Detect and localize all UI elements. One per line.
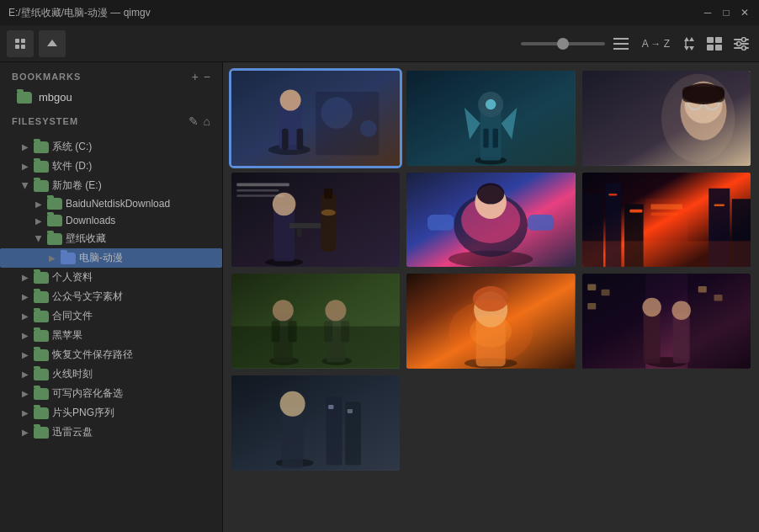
close-button[interactable]: ✕: [739, 7, 751, 19]
image-cell-4[interactable]: [231, 173, 400, 268]
fs-label: 新加卷 (E:): [52, 178, 102, 193]
svg-marker-9: [684, 46, 689, 51]
fs-item-downloads[interactable]: ▶ Downloads: [0, 212, 222, 229]
fs-label: 壁纸收藏: [66, 231, 106, 246]
chevron-icon: ▶: [34, 200, 44, 209]
home-filesystem-button[interactable]: ⌂: [204, 115, 210, 127]
view-mode-button[interactable]: [703, 34, 725, 54]
fs-label: 电脑-动漫: [79, 251, 123, 265]
folder-icon: [34, 427, 49, 439]
fs-item-wallpaper[interactable]: ▶ 壁纸收藏: [0, 229, 222, 248]
edit-filesystem-button[interactable]: ✎: [188, 115, 199, 127]
folder-icon: [34, 291, 49, 303]
fs-label: BaiduNetdiskDownload: [66, 198, 170, 210]
image-cell-1[interactable]: [231, 71, 400, 166]
image-cell-6[interactable]: [582, 173, 751, 268]
remove-bookmark-button[interactable]: −: [204, 71, 210, 82]
chevron-icon: ▶: [20, 389, 30, 398]
home-button[interactable]: [7, 30, 34, 57]
fs-item-e[interactable]: ▶ 新加卷 (E:): [0, 176, 222, 195]
fs-label: Downloads: [66, 215, 115, 226]
folder-icon: [34, 407, 49, 419]
image-cell-2[interactable]: [406, 71, 575, 166]
image-content-area[interactable]: [223, 62, 759, 532]
svg-rect-2: [15, 45, 19, 49]
fs-label: 公众号文字素材: [52, 290, 123, 304]
folder-icon: [47, 233, 62, 245]
fs-item-d[interactable]: ▶ 软件 (D:): [0, 157, 222, 176]
up-button[interactable]: [39, 30, 66, 57]
fs-item-writable[interactable]: ▶ 可写内容化备选: [0, 384, 222, 403]
svg-rect-81: [714, 204, 724, 206]
add-bookmark-button[interactable]: +: [192, 71, 199, 82]
fs-item-fireline[interactable]: ▶ 火线时刻: [0, 364, 222, 384]
image-cell-10[interactable]: [231, 375, 400, 471]
maximize-button[interactable]: □: [720, 7, 732, 19]
svg-rect-13: [707, 37, 714, 43]
image-cell-7[interactable]: [231, 274, 400, 369]
image-cell-5[interactable]: [406, 173, 575, 268]
image-cell-8[interactable]: [406, 274, 575, 369]
fs-label: 迅雷云盘: [52, 425, 93, 439]
fs-item-anime[interactable]: ▶ 电脑-动漫: [0, 248, 222, 268]
svg-marker-12: [689, 46, 694, 51]
filesystem-label: FILESYSTEM: [12, 116, 78, 126]
folder-icon: [34, 388, 49, 400]
fs-item-pngseq[interactable]: ▶ 片头PNG序列: [0, 403, 222, 423]
folder-icon: [34, 141, 49, 153]
svg-rect-58: [297, 228, 302, 237]
chevron-icon: ▶: [20, 142, 30, 152]
folder-icon: [34, 161, 49, 173]
fs-label: 系统 (C:): [52, 140, 92, 154]
svg-rect-23: [734, 47, 742, 49]
chevron-icon: ▶: [47, 253, 57, 263]
svg-rect-97: [231, 327, 400, 369]
image-cell-9[interactable]: [582, 274, 751, 369]
fs-item-c[interactable]: ▶ 系统 (C:): [0, 137, 222, 157]
chevron-icon: ▶: [20, 428, 30, 437]
svg-rect-82: [582, 241, 751, 267]
chevron-icon: ▶: [20, 350, 30, 359]
sidebar: BOOKMARKS + − mbgou FILESYSTEM ✎ ⌂ ▶ 系统 …: [0, 62, 223, 532]
fs-label: 个人资料: [52, 270, 93, 285]
svg-rect-60: [236, 189, 279, 192]
folder-icon: [47, 198, 62, 210]
svg-rect-85: [650, 212, 677, 215]
zoom-slider-container: [521, 42, 605, 45]
bookmarks-label: BOOKMARKS: [12, 72, 81, 82]
folder-icon: [34, 272, 49, 284]
chevron-icon: ▶: [20, 408, 30, 418]
svg-rect-43: [493, 129, 498, 148]
svg-rect-63: [324, 188, 332, 199]
svg-point-121: [280, 391, 305, 417]
svg-rect-0: [15, 39, 19, 43]
fs-label: 合同文件: [52, 309, 93, 323]
settings-button[interactable]: [730, 34, 752, 54]
svg-rect-79: [629, 209, 642, 212]
folder-icon: [34, 369, 49, 380]
bookmark-label: mbgou: [39, 91, 72, 104]
fs-item-baidu[interactable]: ▶ BaiduNetdiskDownload: [0, 195, 222, 212]
fs-item-wechat[interactable]: ▶ 公众号文字素材: [0, 287, 222, 306]
bookmark-item-mbgou[interactable]: mbgou: [0, 88, 222, 107]
panel-toggle-button[interactable]: [610, 35, 632, 53]
fs-item-contract[interactable]: ▶ 合同文件: [0, 306, 222, 326]
titlebar: E:/壁纸收藏/电脑-动漫 — qimgv ─ □ ✕: [0, 0, 759, 25]
minimize-button[interactable]: ─: [702, 7, 714, 19]
fs-label: 可写内容化备选: [52, 386, 123, 401]
fs-item-restore[interactable]: ▶ 恢复文件保存路径: [0, 345, 222, 364]
svg-point-19: [742, 37, 746, 41]
fs-item-personal[interactable]: ▶ 个人资料: [0, 268, 222, 287]
zoom-slider[interactable]: [521, 42, 605, 45]
svg-point-104: [470, 316, 512, 348]
image-cell-3[interactable]: [582, 71, 751, 166]
sort-direction-button[interactable]: [680, 34, 698, 54]
fs-item-yunpan[interactable]: ▶ 迅雷云盘: [0, 423, 222, 442]
svg-rect-6: [613, 43, 629, 45]
fs-label: 恢复文件保存路径: [52, 348, 133, 362]
svg-rect-111: [672, 314, 689, 364]
chevron-icon: ▶: [20, 162, 30, 171]
svg-rect-117: [714, 295, 722, 301]
fs-item-apple[interactable]: ▶ 黑苹果: [0, 326, 222, 345]
svg-point-72: [477, 183, 505, 204]
